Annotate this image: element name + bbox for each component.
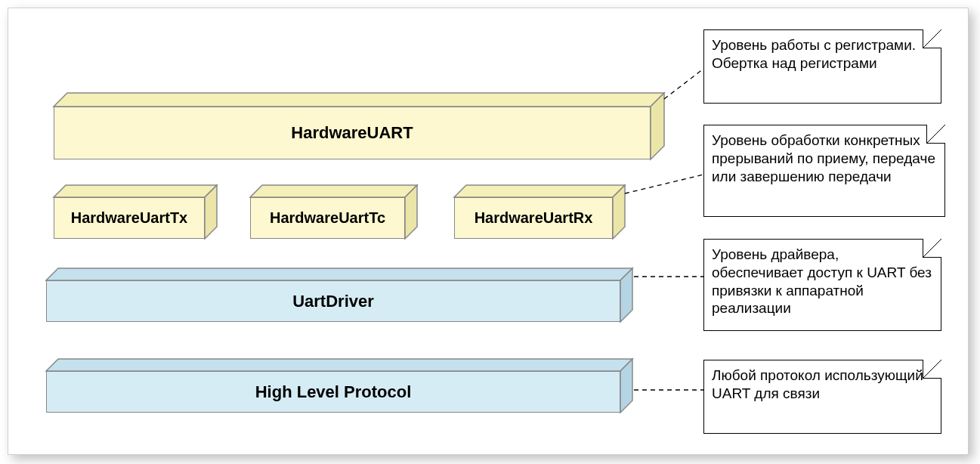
note-interrupts: Уровень обработки конкретных прерываний … <box>703 125 945 217</box>
svg-marker-6 <box>405 185 417 239</box>
block-label: HardwareUartTx <box>71 209 188 227</box>
svg-line-2 <box>664 69 703 99</box>
svg-marker-8 <box>613 185 625 239</box>
block-label: UartDriver <box>292 292 374 311</box>
note-protocol: Любой протокол использующий UART для свя… <box>703 360 941 434</box>
block-hardware-uart: HardwareUART <box>54 107 651 159</box>
svg-marker-3 <box>54 185 217 197</box>
svg-marker-1 <box>651 93 664 159</box>
diagram-canvas: HardwareUART Уровень работы с регистрами… <box>8 8 969 455</box>
block-hardware-uart-rx: HardwareUartRx <box>454 197 613 239</box>
block-high-level-protocol: High Level Protocol <box>46 371 620 413</box>
block-label: HardwareUartRx <box>475 209 593 227</box>
note-text: Уровень драйвера, обеспечивает доступ к … <box>712 246 932 316</box>
svg-marker-7 <box>454 185 625 197</box>
block-label: HardwareUartTc <box>270 209 385 227</box>
note-text: Любой протокол использующий UART для свя… <box>712 367 923 401</box>
block-uart-driver: UartDriver <box>46 280 620 322</box>
note-driver: Уровень драйвера, обеспечивает доступ к … <box>703 239 941 331</box>
block-hardware-uart-tx: HardwareUartTx <box>54 197 205 239</box>
note-text: Уровень обработки конкретных прерываний … <box>712 132 935 184</box>
svg-line-9 <box>625 175 703 193</box>
svg-marker-13 <box>46 359 632 371</box>
svg-marker-10 <box>46 268 632 280</box>
note-text: Уровень работы с регистрами. Обертка над… <box>712 37 916 71</box>
svg-marker-0 <box>54 93 664 107</box>
block-hardware-uart-tc: HardwareUartTc <box>250 197 405 239</box>
block-label: HardwareUART <box>291 123 413 143</box>
block-label: High Level Protocol <box>255 382 412 402</box>
svg-marker-4 <box>205 185 217 239</box>
note-registers: Уровень работы с регистрами. Обертка над… <box>703 29 941 104</box>
svg-marker-14 <box>620 359 632 413</box>
svg-marker-11 <box>620 268 632 322</box>
svg-marker-5 <box>250 185 417 197</box>
